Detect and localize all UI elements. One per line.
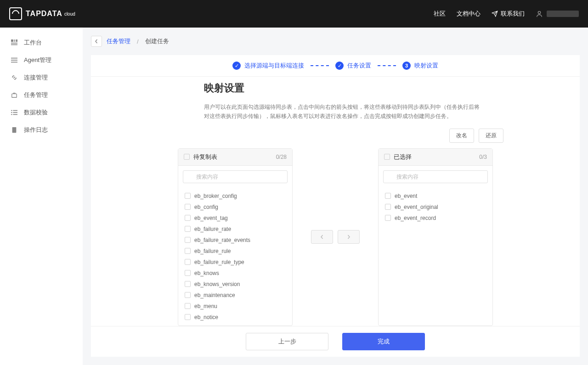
footer-actions: 上一步 完成 [91,326,580,357]
header-link-community[interactable]: 社区 [434,10,446,18]
svg-rect-15 [13,114,17,115]
list-item[interactable]: eb_event_original [379,202,492,213]
list-item[interactable]: eb_event_record [379,213,492,224]
list-item[interactable]: eb_knows [178,268,292,279]
step-connector [378,65,396,66]
transfer-source-panel: 待复制表 0/28 ⌕ eb_broker_configeb_configeb_… [178,148,293,326]
item-checkbox[interactable] [185,259,191,265]
item-label: eb_config [194,204,218,210]
list-item[interactable]: eb_knows_version [178,279,292,290]
item-checkbox[interactable] [185,204,191,210]
move-left-button[interactable] [311,230,333,244]
item-checkbox[interactable] [185,248,191,254]
step-label: 任务设置 [347,62,371,70]
select-all-checkbox[interactable] [384,154,390,160]
item-checkbox[interactable] [185,226,191,232]
transfer-target-list: eb_eventeb_event_originaleb_event_record [379,188,492,326]
move-right-button[interactable] [338,230,360,244]
user-name-placeholder [547,11,579,17]
item-checkbox[interactable] [385,204,391,210]
finish-button[interactable]: 完成 [342,333,425,350]
header-right: 社区 文档中心 联系我们 [434,10,579,18]
list-item[interactable]: eb_failure_rate [178,224,292,235]
item-checkbox[interactable] [185,215,191,221]
item-checkbox[interactable] [185,237,191,243]
list-item[interactable]: eb_broker_config [178,191,292,202]
rename-button[interactable]: 改名 [449,129,474,143]
item-checkbox[interactable] [185,193,191,199]
list-item[interactable]: eb_notice [178,312,292,323]
transfer-source-header: 待复制表 0/28 [178,149,292,166]
chevron-left-icon [320,235,324,239]
item-checkbox[interactable] [185,281,191,287]
breadcrumb-separator: / [137,38,139,45]
sidebar-item-connections[interactable]: 连接管理 [0,69,83,86]
svg-rect-11 [13,110,17,111]
sidebar-item-workbench[interactable]: 工作台 [0,34,83,51]
item-label: eb_failure_rule [194,248,231,254]
item-label: eb_maintenance [194,292,235,298]
back-button[interactable] [91,36,102,47]
list-item[interactable]: eb_failure_rate_events [178,235,292,246]
list-item[interactable]: eb_config [178,202,292,213]
transfer-target-search[interactable] [383,170,488,183]
item-checkbox[interactable] [185,314,191,320]
step-3[interactable]: 3 映射设置 [402,62,438,70]
transfer-source-list: eb_broker_configeb_configeb_event_tageb_… [178,188,292,326]
dashboard-icon [11,39,17,46]
svg-rect-6 [11,58,17,59]
svg-rect-2 [14,39,15,42]
item-label: eb_knows [194,270,219,276]
svg-rect-10 [11,110,12,111]
header-link-contact[interactable]: 联系我们 [492,10,525,18]
item-label: eb_event [395,193,417,199]
step-label: 映射设置 [414,62,438,70]
prev-step-button[interactable]: 上一步 [246,333,328,350]
list-item[interactable]: eb_maintenance [178,290,292,301]
svg-rect-16 [12,127,17,133]
link-icon [11,74,17,81]
transfer-source-count: 0/28 [276,154,287,160]
sidebar-item-tasks[interactable]: 任务管理 [0,86,83,104]
item-label: eb_event_tag [194,215,228,221]
file-icon [11,127,17,133]
step-connector [311,65,329,66]
item-label: eb_event_original [395,204,438,210]
header-link-docs[interactable]: 文档中心 [457,10,481,18]
item-label: eb_failure_rate [194,226,231,232]
page-title: 映射设置 [107,81,563,95]
svg-rect-4 [11,43,17,44]
list-item[interactable]: eb_failure_rule [178,246,292,257]
page-desc: 用户可以在此页面勾选源端待同步表，点击中间向右的箭头按钮，将这些表移动到待同步表… [107,102,484,121]
sidebar-item-verify[interactable]: 数据校验 [0,104,83,121]
select-all-checkbox[interactable] [184,154,190,160]
svg-rect-7 [11,60,17,61]
item-checkbox[interactable] [385,215,391,221]
svg-rect-14 [11,114,12,115]
page-body: 映射设置 用户可以在此页面勾选源端待同步表，点击中间向右的箭头按钮，将这些表移动… [91,77,580,326]
list-item[interactable]: eb_failure_rule_type [178,257,292,268]
item-checkbox[interactable] [185,270,191,276]
item-checkbox[interactable] [385,193,391,199]
transfer-target-count: 0/3 [479,154,487,160]
item-checkbox[interactable] [185,303,191,309]
step-2[interactable]: ✓ 任务设置 [335,62,371,70]
sidebar-item-agent[interactable]: Agent管理 [0,51,83,69]
header-user[interactable] [536,10,579,17]
svg-rect-1 [11,39,13,42]
breadcrumb-parent[interactable]: 任务管理 [107,37,130,45]
item-checkbox[interactable] [185,292,191,298]
restore-button[interactable]: 还原 [479,129,503,143]
logo[interactable]: TAPDATA cloud [9,7,75,20]
list-item[interactable]: eb_menu [178,301,292,312]
actions-row: 改名 还原 [107,129,563,143]
list-item[interactable]: eb_event_tag [178,213,292,224]
transfer-source-search[interactable] [183,170,288,183]
transfer-target-panel: 已选择 0/3 ⌕ eb_eventeb_event_originaleb_ev… [378,148,493,326]
send-icon [492,11,498,17]
list-item[interactable]: eb_event [379,191,492,202]
sidebar-item-logs[interactable]: 操作日志 [0,121,83,139]
svg-rect-13 [13,112,17,113]
step-1[interactable]: ✓ 选择源端与目标端连接 [232,62,304,70]
sidebar-item-label: 连接管理 [24,73,48,82]
